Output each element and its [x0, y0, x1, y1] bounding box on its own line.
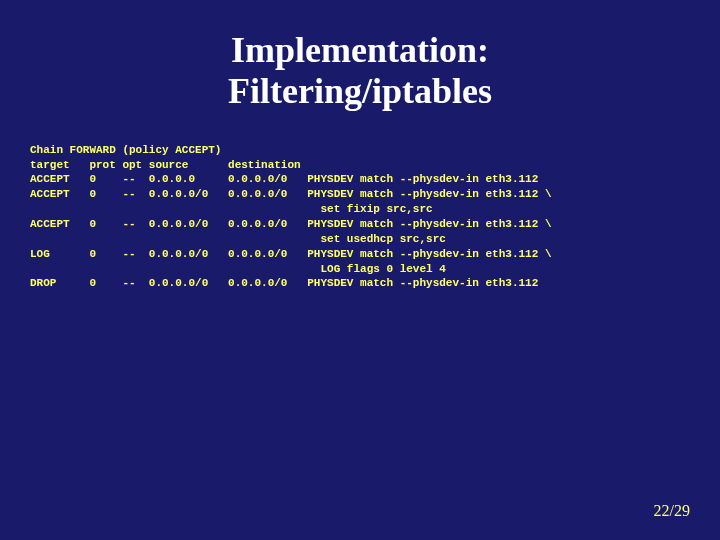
iptables-output: Chain FORWARD (policy ACCEPT) target pro…: [30, 143, 690, 291]
title-line-2: Filtering/iptables: [30, 71, 690, 112]
title-line-1: Implementation:: [30, 30, 690, 71]
slide: Implementation: Filtering/iptables Chain…: [0, 0, 720, 540]
page-number: 22/29: [654, 502, 690, 520]
slide-title: Implementation: Filtering/iptables: [30, 30, 690, 113]
